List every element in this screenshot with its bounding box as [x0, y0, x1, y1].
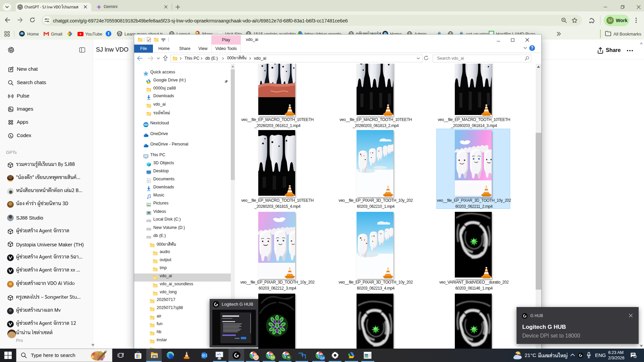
svg-text:1: 1 [635, 355, 636, 358]
